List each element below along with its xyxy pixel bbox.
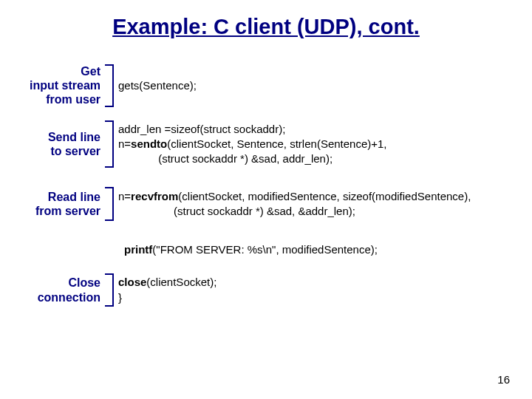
- label-get-input: Get input stream from user: [0, 64, 103, 107]
- code-recvfrom: n=recvfrom(clientSocket, modifiedSentenc…: [118, 188, 471, 221]
- label-send-line: Send line to server: [0, 130, 103, 158]
- slide-content: Get input stream from user gets(Sentence…: [0, 47, 532, 307]
- bracket-icon: [103, 187, 114, 221]
- block-read-line: Read line from server n=recvfrom(clientS…: [0, 187, 532, 221]
- block-get-input: Get input stream from user gets(Sentence…: [0, 64, 532, 107]
- code-sendto: addr_len =sizeof(struct sockaddr);n=send…: [118, 120, 387, 168]
- code-printf: printf("FROM SERVER: %s\n", modifiedSent…: [124, 243, 532, 256]
- page-number: 16: [497, 373, 510, 386]
- code-gets: gets(Sentence);: [118, 77, 197, 95]
- code-close: close(clientSocket);}: [118, 273, 216, 307]
- bracket-icon: [103, 120, 114, 168]
- label-close: Close connection: [0, 276, 103, 304]
- block-send-line: Send line to server addr_len =sizeof(str…: [0, 120, 532, 168]
- slide-title: Example: C client (UDP), cont.: [0, 0, 532, 47]
- block-close: Close connection close(clientSocket);}: [0, 273, 532, 307]
- bracket-icon: [103, 64, 114, 107]
- label-read-line: Read line from server: [0, 190, 103, 218]
- bracket-icon: [103, 273, 114, 307]
